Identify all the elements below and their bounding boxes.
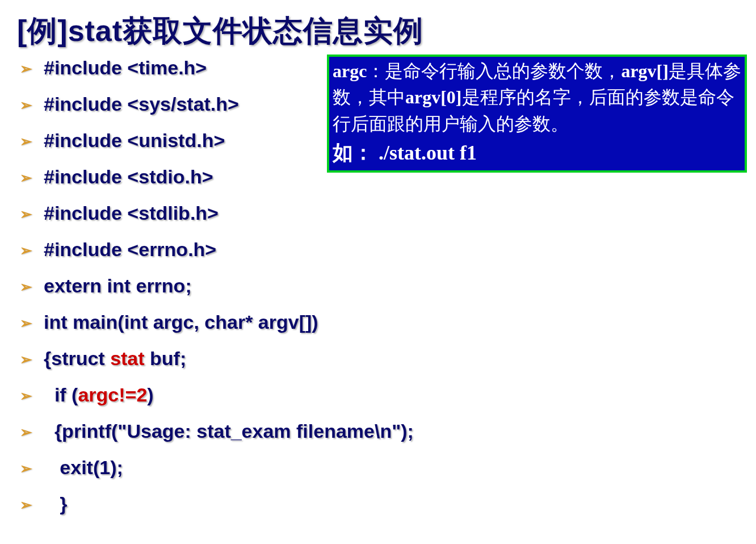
- code-text: exit(1);: [44, 457, 123, 478]
- info-argv0: argv[0]: [405, 87, 462, 107]
- info-example-cmd: ./stat.out f1: [373, 141, 477, 164]
- code-line-content: #include <stdio.h>: [44, 166, 213, 188]
- code-line: ➢{struct stat buf;: [17, 348, 739, 371]
- code-text: ): [147, 384, 153, 405]
- code-text: {struct: [44, 348, 110, 369]
- code-line-content: #include <sys/stat.h>: [44, 93, 239, 115]
- code-line-content: extern int errno;: [44, 275, 192, 297]
- code-line-content: if (argc!=2): [44, 384, 154, 406]
- chevron-right-icon: ➢: [20, 57, 32, 81]
- code-text: #include <sys/stat.h>: [44, 93, 239, 115]
- code-line-content: #include <errno.h>: [44, 238, 216, 261]
- code-line: ➢ if (argc!=2): [17, 384, 739, 408]
- code-line-content: {printf("Usage: stat_exam filename\n");: [44, 420, 414, 442]
- chevron-right-icon: ➢: [20, 493, 32, 517]
- code-line-content: int main(int argc, char* argv[]): [44, 311, 318, 333]
- code-text: extern int errno;: [44, 275, 192, 296]
- info-example: 如： ./stat.out f1: [333, 139, 741, 167]
- code-text: #include <errno.h>: [44, 238, 216, 260]
- code-text: buf;: [145, 348, 187, 369]
- chevron-right-icon: ➢: [20, 202, 32, 226]
- info-argc: argc: [333, 61, 367, 81]
- chevron-right-icon: ➢: [20, 348, 32, 371]
- slide-title: [例]stat获取文件状态信息实例: [17, 11, 739, 51]
- chevron-right-icon: ➢: [20, 93, 32, 117]
- code-line-content: exit(1);: [44, 457, 123, 479]
- code-line: ➢ }: [17, 493, 739, 517]
- code-line: ➢ {printf("Usage: stat_exam filename\n")…: [17, 420, 739, 444]
- code-line-content: }: [44, 493, 68, 515]
- code-line-content: #include <unistd.h>: [44, 129, 225, 152]
- code-line: ➢int main(int argc, char* argv[]): [17, 311, 739, 335]
- info-example-label: 如：: [333, 141, 373, 164]
- code-text: #include <time.h>: [44, 57, 207, 78]
- code-text: int main(int argc, char* argv[]): [44, 311, 318, 333]
- chevron-right-icon: ➢: [20, 384, 32, 408]
- chevron-right-icon: ➢: [20, 238, 32, 262]
- chevron-right-icon: ➢: [20, 311, 32, 335]
- code-text: {printf("Usage: stat_exam filename\n");: [44, 420, 414, 442]
- code-line-content: #include <time.h>: [44, 57, 207, 79]
- chevron-right-icon: ➢: [20, 275, 32, 299]
- chevron-right-icon: ➢: [20, 457, 32, 480]
- code-text: #include <unistd.h>: [44, 129, 225, 151]
- code-text: #include <stdio.h>: [44, 166, 213, 187]
- info-argv: argv[]: [621, 61, 669, 81]
- code-text: if (: [44, 384, 78, 405]
- code-line-content: #include <stdlib.h>: [44, 202, 219, 224]
- code-line: ➢ exit(1);: [17, 457, 739, 480]
- code-text: }: [44, 493, 68, 514]
- info-text: argc：是命令行输入总的参数个数，argv[]是具体参数，其中argv[0]是…: [333, 58, 741, 137]
- code-line: ➢#include <stdlib.h>: [17, 202, 739, 226]
- code-text: #include <stdlib.h>: [44, 202, 219, 224]
- chevron-right-icon: ➢: [20, 129, 32, 153]
- chevron-right-icon: ➢: [20, 166, 32, 190]
- info-line1-after: ：是命令行输入总的参数个数，: [367, 61, 621, 81]
- chevron-right-icon: ➢: [20, 420, 32, 444]
- code-highlight: argc!=2: [78, 384, 147, 405]
- code-highlight: stat: [110, 348, 144, 369]
- code-line: ➢#include <errno.h>: [17, 238, 739, 262]
- code-line: ➢extern int errno;: [17, 275, 739, 299]
- info-box: argc：是命令行输入总的参数个数，argv[]是具体参数，其中argv[0]是…: [327, 55, 747, 173]
- code-line-content: {struct stat buf;: [44, 348, 186, 370]
